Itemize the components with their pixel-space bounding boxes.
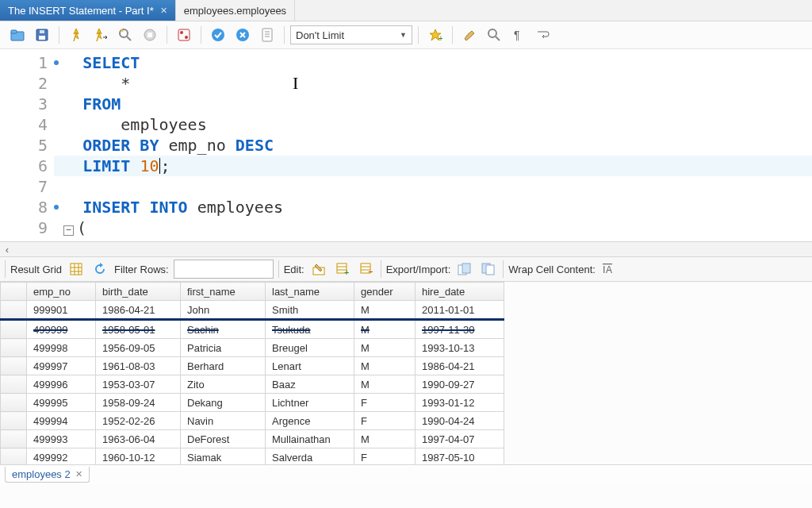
col-gender[interactable]: gender — [354, 283, 416, 301]
fold-toggle-icon[interactable]: − — [63, 225, 74, 236]
row-header[interactable] — [1, 412, 27, 430]
edit-row-button[interactable] — [309, 260, 328, 279]
cell-gender[interactable]: M — [354, 357, 416, 375]
cell-gender[interactable]: M — [354, 375, 416, 394]
wrap-button[interactable] — [532, 24, 554, 46]
result-tab-employees2[interactable]: employees 2 ✕ — [5, 467, 90, 483]
snippets-button[interactable] — [256, 24, 278, 46]
cell-last_name[interactable]: Mullainathan — [266, 430, 354, 448]
toggle-invisible-button[interactable]: ¶ — [508, 24, 530, 46]
wrap-cell-button[interactable]: I̲A — [600, 260, 619, 279]
cell-hire_date[interactable]: 1990-04-24 — [416, 412, 504, 430]
cell-last_name[interactable]: Breugel — [266, 339, 354, 357]
cell-hire_date[interactable]: 1997-11-30 — [416, 320, 504, 339]
explain-button[interactable] — [114, 24, 136, 46]
result-grid[interactable]: emp_no birth_date first_name last_name g… — [0, 282, 504, 465]
limit-rows-combo[interactable]: Don't Limit ▼ — [290, 25, 412, 44]
cell-hire_date[interactable]: 2011-01-01 — [416, 301, 504, 320]
cell-birth_date[interactable]: 1956-09-05 — [96, 339, 181, 357]
cell-emp_no[interactable]: 999901 — [27, 301, 96, 320]
beautify-button[interactable]: + — [424, 24, 446, 46]
cell-birth_date[interactable]: 1958-09-24 — [96, 394, 181, 412]
open-file-button[interactable] — [6, 24, 29, 46]
cell-first_name[interactable]: Sachin — [181, 320, 266, 339]
editor-hscrollbar[interactable]: ‹ — [0, 241, 812, 257]
row-header[interactable] — [1, 357, 27, 375]
filter-rows-input[interactable] — [174, 260, 274, 279]
cell-emp_no[interactable]: 499998 — [27, 339, 96, 357]
cell-last_name[interactable]: Smith — [266, 301, 354, 320]
cell-birth_date[interactable]: 1960-10-12 — [96, 448, 181, 466]
cell-hire_date[interactable]: 1987-05-10 — [416, 448, 504, 466]
cell-gender[interactable]: F — [354, 412, 416, 430]
cell-last_name[interactable]: Baaz — [266, 375, 354, 394]
table-row[interactable]: 4999981956-09-05PatriciaBreugelM1993-10-… — [1, 339, 504, 357]
find-button[interactable] — [483, 24, 505, 46]
table-row[interactable]: 4999951958-09-24DekangLichtnerF1993-01-1… — [1, 394, 504, 412]
col-birth_date[interactable]: birth_date — [96, 283, 181, 301]
table-row[interactable]: 4999961953-03-07ZitoBaazM1990-09-27 — [1, 375, 504, 394]
cell-emp_no[interactable]: 499993 — [27, 430, 96, 448]
delete-row-button[interactable]: − — [357, 260, 376, 279]
cell-birth_date[interactable]: 1953-03-07 — [96, 375, 181, 394]
cell-gender[interactable]: F — [354, 448, 416, 466]
cell-first_name[interactable]: Dekang — [181, 394, 266, 412]
cell-first_name[interactable]: Zito — [181, 375, 266, 394]
col-emp_no[interactable]: emp_no — [27, 283, 96, 301]
cell-first_name[interactable]: Navin — [181, 412, 266, 430]
scroll-left-icon[interactable]: ‹ — [0, 244, 14, 256]
cell-last_name[interactable]: Argence — [266, 412, 354, 430]
row-header[interactable] — [1, 339, 27, 357]
cell-birth_date[interactable]: 1963-06-04 — [96, 430, 181, 448]
cell-emp_no[interactable]: 499994 — [27, 412, 96, 430]
close-icon[interactable]: ✕ — [75, 469, 82, 479]
cell-birth_date[interactable]: 1958-05-01 — [96, 320, 181, 339]
col-hire_date[interactable]: hire_date — [416, 283, 504, 301]
commit-button[interactable] — [207, 24, 229, 46]
save-button[interactable] — [31, 24, 53, 46]
cell-first_name[interactable]: DeForest — [181, 430, 266, 448]
cell-hire_date[interactable]: 1997-04-07 — [416, 430, 504, 448]
table-row[interactable]: 4999971961-08-03BerhardLenartM1986-04-21 — [1, 357, 504, 375]
row-header[interactable] — [1, 320, 27, 339]
tab-insert-statement[interactable]: The INSERT Statement - Part I* ✕ — [0, 0, 176, 21]
cell-hire_date[interactable]: 1986-04-21 — [416, 357, 504, 375]
cell-birth_date[interactable]: 1961-08-03 — [96, 357, 181, 375]
row-header[interactable] — [1, 301, 27, 320]
execute-button[interactable] — [65, 24, 87, 46]
cell-hire_date[interactable]: 1993-01-12 — [416, 394, 504, 412]
col-last_name[interactable]: last_name — [266, 283, 354, 301]
cell-last_name[interactable]: Salverda — [266, 448, 354, 466]
cell-gender[interactable]: M — [354, 339, 416, 357]
cell-birth_date[interactable]: 1986-04-21 — [96, 301, 181, 320]
table-row[interactable]: 4999941952-02-26NavinArgenceF1990-04-24 — [1, 412, 504, 430]
row-header[interactable] — [1, 394, 27, 412]
result-grid-view-button[interactable] — [67, 260, 86, 279]
rollback-button[interactable] — [232, 24, 254, 46]
close-icon[interactable]: ✕ — [160, 6, 167, 16]
tab-employees-employees[interactable]: employees.employees — [176, 0, 295, 21]
add-row-button[interactable]: + — [333, 260, 352, 279]
cell-first_name[interactable]: Patricia — [181, 339, 266, 357]
cell-last_name[interactable]: Lichtner — [266, 394, 354, 412]
table-row[interactable]: 9999011986-04-21JohnSmithM2011-01-01 — [1, 301, 504, 320]
toggle-autocommit-button[interactable] — [173, 24, 195, 46]
cell-emp_no[interactable]: 499999 — [27, 320, 96, 339]
cell-hire_date[interactable]: 1993-10-13 — [416, 339, 504, 357]
cell-first_name[interactable]: John — [181, 301, 266, 320]
cell-emp_no[interactable]: 499997 — [27, 357, 96, 375]
stop-button[interactable] — [139, 24, 161, 46]
brush-button[interactable] — [458, 24, 481, 46]
cell-emp_no[interactable]: 499995 — [27, 394, 96, 412]
cell-gender[interactable]: F — [354, 394, 416, 412]
cell-last_name[interactable]: Tsukuda — [266, 320, 354, 339]
cell-last_name[interactable]: Lenart — [266, 357, 354, 375]
row-header[interactable] — [1, 430, 27, 448]
col-first_name[interactable]: first_name — [181, 283, 266, 301]
cell-birth_date[interactable]: 1952-02-26 — [96, 412, 181, 430]
cell-gender[interactable]: M — [354, 430, 416, 448]
table-row[interactable]: 4999991958-05-01SachinTsukudaM1997-11-30 — [1, 320, 504, 339]
refresh-button[interactable] — [90, 260, 109, 279]
code-area[interactable]: SELECT * I FROM employees ORDER BY emp_n… — [54, 49, 812, 241]
cell-gender[interactable]: M — [354, 320, 416, 339]
